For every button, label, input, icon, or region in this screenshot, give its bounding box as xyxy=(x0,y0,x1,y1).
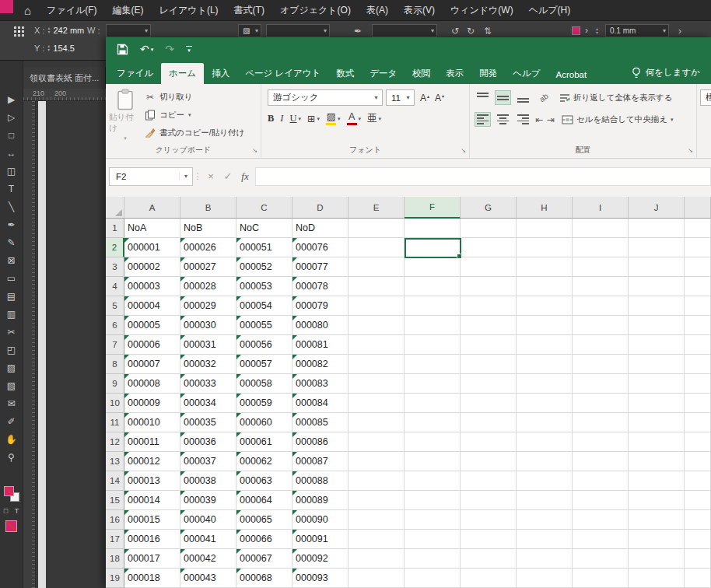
cell-B10[interactable]: 000034 xyxy=(180,394,236,413)
width-value-box[interactable]: ▾ xyxy=(106,24,151,37)
redo-button[interactable]: ↷ xyxy=(165,44,174,54)
decrease-font-button[interactable]: A▾ xyxy=(433,93,444,103)
rotate-cw-icon[interactable]: ↻ xyxy=(467,26,475,37)
align-left-button[interactable] xyxy=(475,112,491,127)
cell-partial[interactable] xyxy=(685,238,711,257)
cell-partial[interactable] xyxy=(685,452,711,471)
cell-C6[interactable]: 000055 xyxy=(236,316,292,335)
menu-item[interactable]: 表示(V) xyxy=(396,0,443,20)
formatting-affects-text-icon[interactable]: T xyxy=(13,507,21,515)
cell-D7[interactable]: 000081 xyxy=(292,335,348,355)
cell-partial[interactable] xyxy=(685,432,711,452)
cell-A9[interactable]: 000008 xyxy=(124,374,180,394)
zoom-tool[interactable]: ⚲ xyxy=(3,448,20,466)
tell-me-search[interactable]: 何をしますか xyxy=(632,67,700,79)
cell-C17[interactable]: 000066 xyxy=(236,530,292,549)
reference-point-proxy[interactable] xyxy=(14,26,24,37)
width-field[interactable]: W : xyxy=(87,26,100,35)
cell-F14[interactable] xyxy=(405,471,461,491)
content-collector-tool[interactable]: ◫ xyxy=(3,162,20,180)
cell-E18[interactable] xyxy=(348,549,405,569)
cell-J3[interactable] xyxy=(629,257,685,277)
horizontal-type-grid-tool[interactable]: ▤ xyxy=(3,287,20,305)
italic-button[interactable]: I xyxy=(280,113,283,124)
cell-J16[interactable] xyxy=(629,510,685,530)
cell-C18[interactable]: 000067 xyxy=(236,549,292,569)
enter-button[interactable]: ✓ xyxy=(219,170,236,182)
stroke-weight-spinner[interactable]: ▴▾ xyxy=(596,27,598,35)
cell-partial[interactable] xyxy=(685,277,711,296)
row-header-3[interactable]: 3 xyxy=(106,257,124,277)
cell-B7[interactable]: 000031 xyxy=(180,335,236,355)
cell-D8[interactable]: 000082 xyxy=(292,355,348,374)
ribbon-tab[interactable]: 開発 xyxy=(471,63,505,84)
cell-J19[interactable] xyxy=(629,569,685,588)
row-header-13[interactable]: 13 xyxy=(106,452,124,471)
formula-input[interactable] xyxy=(255,167,711,186)
cell-I15[interactable] xyxy=(573,491,629,510)
cell-partial[interactable] xyxy=(685,394,711,413)
ribbon-tab[interactable]: 挿入 xyxy=(204,63,237,84)
ribbon-tab[interactable]: データ xyxy=(362,63,405,84)
row-header-15[interactable]: 15 xyxy=(106,491,124,510)
cell-I19[interactable] xyxy=(573,569,629,588)
column-header-J[interactable]: J xyxy=(629,197,685,219)
cell-J6[interactable] xyxy=(629,316,685,335)
merge-center-button[interactable]: セルを結合して中央揃え ▾ xyxy=(562,114,674,125)
cell-G7[interactable] xyxy=(461,335,517,355)
cell-A16[interactable]: 000015 xyxy=(124,510,180,530)
cell-B5[interactable]: 000029 xyxy=(180,296,236,316)
indesign-logo-icon[interactable] xyxy=(0,0,13,13)
cell-B17[interactable]: 000041 xyxy=(180,530,236,549)
cell-H13[interactable] xyxy=(517,452,573,471)
cell-G3[interactable] xyxy=(461,257,517,277)
cell-C4[interactable]: 000053 xyxy=(236,277,292,296)
cell-E15[interactable] xyxy=(348,491,405,510)
cell-C1[interactable]: NoC xyxy=(236,219,292,238)
cell-F9[interactable] xyxy=(405,374,461,394)
cell-D14[interactable]: 000088 xyxy=(292,471,348,491)
cell-G15[interactable] xyxy=(461,491,517,510)
cell-G9[interactable] xyxy=(461,374,517,394)
menu-item[interactable]: ヘルプ(H) xyxy=(521,0,579,20)
cell-I14[interactable] xyxy=(573,471,629,491)
cell-G6[interactable] xyxy=(461,316,517,335)
cell-E19[interactable] xyxy=(348,569,405,588)
decrease-indent-button[interactable]: ⇤ xyxy=(535,114,543,125)
cell-G19[interactable] xyxy=(461,569,517,588)
cell-G10[interactable] xyxy=(461,394,517,413)
column-header-I[interactable]: I xyxy=(573,197,629,219)
cell-E2[interactable] xyxy=(348,238,405,257)
hand-tool[interactable]: ✋ xyxy=(3,430,20,448)
cell-E10[interactable] xyxy=(348,394,405,413)
cell-G14[interactable] xyxy=(461,471,517,491)
cell-H1[interactable] xyxy=(517,219,573,238)
alignment-dialog-launcher[interactable]: ↘ xyxy=(686,146,695,155)
column-header-B[interactable]: B xyxy=(180,197,236,219)
cell-F8[interactable] xyxy=(405,355,461,374)
row-header-2[interactable]: 2 xyxy=(106,238,124,257)
cell-A11[interactable]: 000010 xyxy=(124,413,180,432)
cell-J2[interactable] xyxy=(629,238,685,257)
ribbon-tab[interactable]: 校閲 xyxy=(405,63,438,84)
cell-D6[interactable]: 000080 xyxy=(292,316,348,335)
cell-E9[interactable] xyxy=(348,374,405,394)
wrap-text-button[interactable]: 折り返して全体を表示する xyxy=(559,93,672,103)
row-header-14[interactable]: 14 xyxy=(106,471,124,491)
page-tool[interactable]: □ xyxy=(3,126,20,144)
cell-A19[interactable]: 000018 xyxy=(124,569,180,588)
ribbon-tab[interactable]: 表示 xyxy=(438,63,471,84)
stroke-style-select[interactable]: ▾ xyxy=(372,24,437,37)
cell-partial[interactable] xyxy=(685,569,711,588)
column-header-D[interactable]: D xyxy=(292,197,348,219)
menu-item[interactable]: 表(A) xyxy=(359,0,396,20)
cell-H10[interactable] xyxy=(517,394,573,413)
fill-swatch[interactable] xyxy=(4,486,14,496)
select-all-corner[interactable] xyxy=(106,197,124,219)
cell-B9[interactable]: 000033 xyxy=(180,374,236,394)
cell-A17[interactable]: 000016 xyxy=(124,530,180,549)
align-middle-button[interactable] xyxy=(495,90,511,105)
cell-I11[interactable] xyxy=(573,413,629,432)
cell-B6[interactable]: 000030 xyxy=(180,316,236,335)
formula-bar-splitter[interactable]: ⋮ xyxy=(193,171,202,181)
